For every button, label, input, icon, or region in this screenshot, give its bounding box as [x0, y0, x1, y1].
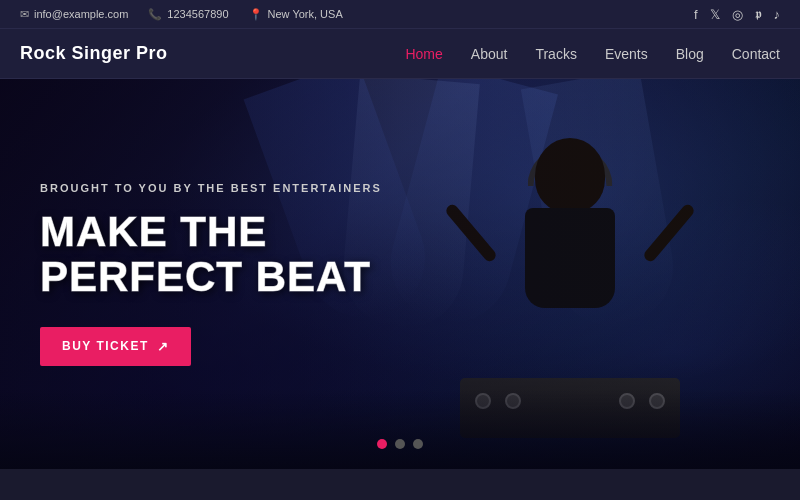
location-text: New York, USA	[268, 8, 343, 20]
nav-link-about[interactable]: About	[471, 46, 508, 62]
nav-link-events[interactable]: Events	[605, 46, 648, 62]
buy-ticket-label: Buy Ticket	[62, 339, 149, 353]
hero-title: Make The Perfect Beat	[40, 210, 410, 298]
email-icon: ✉	[20, 8, 29, 21]
nav-link-tracks[interactable]: Tracks	[535, 46, 576, 62]
nav-item-blog[interactable]: Blog	[676, 45, 704, 63]
nav-links: Home About Tracks Events Blog Contact	[405, 45, 780, 63]
instagram-icon[interactable]: ◎	[732, 7, 743, 22]
nav-link-contact[interactable]: Contact	[732, 46, 780, 62]
phone-text: 1234567890	[167, 8, 228, 20]
twitter-icon[interactable]: 𝕏	[710, 7, 720, 22]
nav-item-contact[interactable]: Contact	[732, 45, 780, 63]
location-item: 📍 New York, USA	[249, 8, 343, 21]
social-links: f 𝕏 ◎ 𝖕 ♪	[694, 6, 780, 22]
pinterest-icon[interactable]: 𝖕	[755, 6, 762, 22]
top-bar: ✉ info@example.com 📞 1234567890 📍 New Yo…	[0, 0, 800, 29]
buy-ticket-button[interactable]: Buy Ticket ↗	[40, 327, 191, 366]
top-bar-left: ✉ info@example.com 📞 1234567890 📍 New Yo…	[20, 8, 343, 21]
email-text: info@example.com	[34, 8, 128, 20]
nav-item-home[interactable]: Home	[405, 45, 442, 63]
location-icon: 📍	[249, 8, 263, 21]
hero-content: Brought to you by the best entertainers …	[0, 79, 440, 469]
slide-dot-3[interactable]	[413, 439, 423, 449]
nav-item-about[interactable]: About	[471, 45, 508, 63]
slide-dot-2[interactable]	[395, 439, 405, 449]
phone-icon: 📞	[148, 8, 162, 21]
site-logo[interactable]: Rock Singer Pro	[20, 43, 168, 64]
slider-dots	[377, 439, 423, 449]
nav-link-blog[interactable]: Blog	[676, 46, 704, 62]
facebook-icon[interactable]: f	[694, 7, 698, 22]
external-link-icon: ↗	[157, 339, 170, 354]
navbar: Rock Singer Pro Home About Tracks Events…	[0, 29, 800, 79]
hero-section: Brought to you by the best entertainers …	[0, 79, 800, 469]
nav-item-events[interactable]: Events	[605, 45, 648, 63]
nav-link-home[interactable]: Home	[405, 46, 442, 62]
tiktok-icon[interactable]: ♪	[774, 7, 781, 22]
slide-dot-1[interactable]	[377, 439, 387, 449]
phone-item: 📞 1234567890	[148, 8, 228, 21]
hero-subtitle: Brought to you by the best entertainers	[40, 182, 410, 194]
email-item: ✉ info@example.com	[20, 8, 128, 21]
nav-item-tracks[interactable]: Tracks	[535, 45, 576, 63]
